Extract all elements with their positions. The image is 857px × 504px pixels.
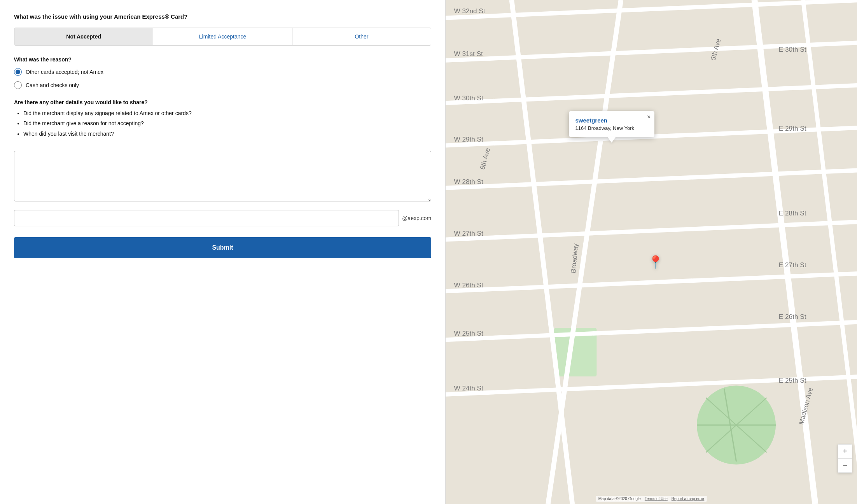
reason-other-cards-radio[interactable]: [14, 68, 22, 76]
submit-button[interactable]: Submit: [14, 237, 431, 258]
tab-limited-acceptance[interactable]: Limited Acceptance: [153, 28, 292, 45]
details-section: Are there any other details you would li…: [14, 99, 431, 138]
reason-section-label: What was the reason?: [14, 56, 431, 63]
svg-text:W 29th St: W 29th St: [454, 135, 484, 143]
map-background: W 32nd St W 31st St W 30th St W 29th St …: [446, 0, 857, 504]
reason-other-cards-label: Other cards accepted; not Amex: [26, 69, 103, 75]
svg-text:W 24th St: W 24th St: [454, 384, 484, 392]
svg-text:E 27th St: E 27th St: [779, 261, 806, 269]
left-panel: What was the issue with using your Ameri…: [0, 0, 446, 504]
reason-cash-checks-label: Cash and checks only: [26, 82, 79, 88]
svg-text:W 31st St: W 31st St: [454, 50, 483, 58]
popup-name: sweetgreen: [575, 117, 647, 124]
tab-not-accepted[interactable]: Not Accepted: [14, 28, 153, 45]
svg-rect-0: [446, 0, 857, 504]
details-textarea[interactable]: [14, 151, 431, 201]
reason-radio-group: Other cards accepted; not Amex Cash and …: [14, 68, 431, 89]
map-panel: W 32nd St W 31st St W 30th St W 29th St …: [446, 0, 857, 504]
map-pin: 📍: [648, 255, 663, 270]
svg-text:E 25th St: E 25th St: [779, 376, 806, 384]
email-input[interactable]: [14, 210, 399, 226]
bullet-list: Did the merchant display any signage rel…: [14, 109, 431, 138]
svg-text:E 29th St: E 29th St: [779, 124, 806, 132]
bullet-item-2: Did the merchant give a reason for not a…: [23, 119, 431, 127]
zoom-in-button[interactable]: +: [838, 444, 852, 458]
svg-text:E 28th St: E 28th St: [779, 209, 806, 217]
bullet-item-3: When did you last visit the merchant?: [23, 130, 431, 138]
main-question: What was the issue with using your Ameri…: [14, 12, 431, 21]
zoom-controls: + −: [838, 444, 852, 473]
map-attribution: Map data ©2020 Google Terms of Use Repor…: [596, 496, 707, 502]
email-row: @aexp.com: [14, 210, 431, 226]
zoom-out-button[interactable]: −: [838, 458, 852, 472]
tab-group: Not Accepted Limited Acceptance Other: [14, 28, 431, 46]
report-error[interactable]: Report a map error: [672, 497, 704, 501]
email-suffix: @aexp.com: [402, 215, 431, 221]
svg-text:W 30th St: W 30th St: [454, 94, 484, 102]
tab-other[interactable]: Other: [292, 28, 431, 45]
details-section-label: Are there any other details you would li…: [14, 99, 431, 105]
svg-text:W 32nd St: W 32nd St: [454, 7, 485, 15]
popup-close-button[interactable]: ×: [647, 114, 651, 120]
reason-other-cards[interactable]: Other cards accepted; not Amex: [14, 68, 431, 76]
svg-text:W 26th St: W 26th St: [454, 281, 484, 289]
map-popup: × sweetgreen 1164 Broadway, New York: [569, 111, 654, 137]
reason-cash-checks[interactable]: Cash and checks only: [14, 81, 431, 89]
bullet-item-1: Did the merchant display any signage rel…: [23, 109, 431, 117]
reason-cash-checks-radio[interactable]: [14, 81, 22, 89]
terms-of-use[interactable]: Terms of Use: [645, 497, 668, 501]
svg-text:W 25th St: W 25th St: [454, 329, 484, 337]
svg-text:E 26th St: E 26th St: [779, 313, 806, 320]
map-data-label: Map data ©2020 Google: [598, 497, 641, 501]
svg-text:W 27th St: W 27th St: [454, 229, 484, 237]
svg-text:E 30th St: E 30th St: [779, 46, 806, 53]
svg-text:W 28th St: W 28th St: [454, 178, 484, 186]
popup-address: 1164 Broadway, New York: [575, 125, 647, 131]
